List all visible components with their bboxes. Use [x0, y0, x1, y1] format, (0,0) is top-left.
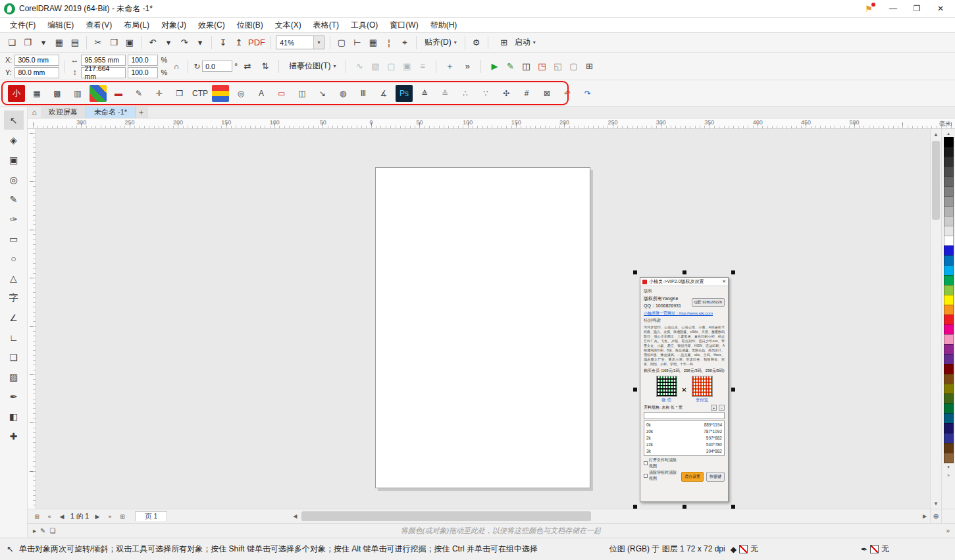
launch-dropdown[interactable]: ⊞ 启动 ▾ — [492, 35, 540, 51]
option-checkbox[interactable]: 清除导组时清除视图 — [644, 470, 679, 482]
more-options-button[interactable]: » — [459, 59, 475, 74]
website-link[interactable]: 小楠灵唯一官网址：http://www.xjkj.com — [644, 311, 725, 317]
menu-effects[interactable]: 效果(C) — [192, 18, 231, 32]
scroll-right-icon[interactable]: ▶ — [919, 509, 930, 523]
option-checkbox[interactable]: 打开文件时清除视图 — [644, 457, 679, 469]
show-rulers-button[interactable]: ⊢ — [349, 35, 365, 51]
mirror-horizontal-button[interactable]: ⇄ — [240, 59, 255, 74]
spec-remove-button[interactable]: - — [719, 405, 725, 411]
first-page-button[interactable]: « — [44, 511, 55, 522]
color-swatch[interactable] — [944, 275, 954, 286]
palette-more-icon[interactable]: » — [947, 471, 950, 479]
new-tab-button[interactable]: + — [136, 107, 147, 118]
color-swatch[interactable] — [944, 305, 954, 315]
plugin-circle-icon[interactable]: ◍ — [334, 85, 351, 102]
color-swatch[interactable] — [944, 344, 954, 355]
plugin-undo-icon[interactable]: ↶ — [559, 85, 576, 102]
menu-layout[interactable]: 布局(L) — [118, 18, 155, 32]
color-eyedropper-tool[interactable]: ✒ — [4, 387, 24, 406]
open-dropdown[interactable]: ▾ — [36, 35, 51, 51]
color-swatch[interactable] — [944, 206, 954, 216]
plugin-grid-icon[interactable]: ▦ — [28, 85, 45, 102]
plugin-cropmarks-icon[interactable]: # — [518, 85, 535, 102]
print-button[interactable]: ▤ — [67, 35, 83, 51]
export-button[interactable]: ↥ — [231, 35, 247, 51]
color-swatch[interactable] — [944, 453, 954, 463]
menu-tools[interactable]: 工具(O) — [345, 18, 384, 32]
rectangle-tool[interactable]: ▭ — [4, 229, 24, 248]
object-width-field[interactable]: 95.955 mm — [81, 55, 126, 66]
save-button[interactable]: ▦ — [51, 35, 67, 51]
menu-window[interactable]: 窗口(W) — [384, 18, 424, 32]
plugin-anchor-icon[interactable]: ✛ — [151, 85, 168, 102]
plugin-lock-icon[interactable]: ≙ — [416, 85, 433, 102]
menu-view[interactable]: 查看(V) — [80, 18, 118, 32]
hotkeys-button[interactable]: 快捷键 — [706, 472, 725, 482]
undo-dropdown[interactable]: ▾ — [161, 35, 176, 51]
x-position-field[interactable]: 305.0 mm — [14, 55, 59, 66]
scale-x-field[interactable]: 100.0 — [128, 55, 158, 66]
menu-table[interactable]: 表格(T) — [307, 18, 345, 32]
color-swatch[interactable] — [944, 147, 954, 157]
drop-shadow-tool[interactable]: ❏ — [4, 347, 24, 367]
empty-slot-button[interactable]: ▢ — [565, 59, 581, 74]
lock-ratio-button[interactable]: ∩ — [170, 55, 182, 78]
text-tool[interactable]: 字 — [4, 288, 24, 307]
color-swatch[interactable] — [944, 433, 954, 444]
tab-welcome-screen[interactable]: 欢迎屏幕 — [41, 107, 86, 118]
open-button[interactable]: ❐ — [20, 35, 36, 51]
close-icon[interactable]: ✕ — [722, 279, 726, 284]
plugin-redo-icon[interactable]: ↷ — [579, 85, 596, 102]
paper-size-row[interactable]: z0k 787*1092 — [646, 428, 722, 435]
color-swatch[interactable] — [944, 186, 954, 197]
color-swatch[interactable] — [944, 285, 954, 295]
import-button[interactable]: ↧ — [215, 35, 231, 51]
pick-tool[interactable]: ↖ — [4, 111, 24, 130]
chevron-down-icon[interactable]: ▾ — [313, 36, 324, 49]
plugin-paint-roller-icon[interactable]: ▬ — [110, 85, 127, 102]
checkbox-icon[interactable] — [644, 461, 648, 465]
color-swatch[interactable] — [944, 413, 954, 424]
previous-page-button[interactable]: ◀ — [57, 511, 67, 522]
add-page-right-button[interactable]: ⊞ — [117, 511, 128, 522]
scroll-left-icon[interactable]: ◀ — [290, 509, 300, 523]
paper-size-row[interactable]: z2k 540*780 — [646, 442, 722, 448]
color-swatch[interactable] — [944, 374, 954, 384]
selection-handle[interactable] — [683, 505, 686, 509]
drawing-page[interactable] — [375, 167, 590, 488]
plugin-box-icon[interactable]: ❒ — [171, 85, 188, 102]
zoom-level-select[interactable]: 41% ▾ — [276, 36, 324, 49]
scroll-up-icon[interactable]: ▲ — [931, 129, 941, 140]
fill-status[interactable]: ◆ 无 — [731, 544, 758, 555]
selection-handle[interactable] — [731, 388, 735, 392]
add-button[interactable]: ＋ — [442, 59, 457, 74]
tray-more-icon[interactable]: » — [946, 527, 950, 534]
menu-object[interactable]: 对象(J) — [155, 18, 192, 32]
color-swatch[interactable] — [944, 176, 954, 187]
artistic-media-tool[interactable]: ✑ — [4, 209, 24, 228]
transparency-tool[interactable]: ▨ — [4, 367, 24, 386]
plugin-color-grid-icon[interactable] — [90, 85, 107, 102]
paste-button[interactable]: ▣ — [122, 35, 138, 51]
vertical-ruler[interactable] — [28, 129, 36, 509]
dimension-tool[interactable]: ∠ — [4, 308, 24, 327]
plugin-barcode-icon[interactable]: Ⅲ — [355, 85, 372, 102]
record-button[interactable]: ◳ — [534, 59, 550, 74]
color-swatch[interactable] — [944, 423, 954, 434]
color-swatch[interactable] — [944, 245, 954, 256]
undo-button[interactable]: ↶ — [145, 35, 161, 51]
plugin-angle-icon[interactable]: ∡ — [375, 85, 392, 102]
pen-icon[interactable]: ✎ — [40, 527, 45, 534]
spec-name-input[interactable] — [644, 412, 725, 419]
color-swatch[interactable] — [944, 166, 954, 177]
scroll-down-icon[interactable]: ▼ — [931, 498, 941, 509]
tab-untitled-document[interactable]: 未命名 -1* — [86, 107, 136, 118]
outline-status[interactable]: ✒ 无 — [861, 544, 889, 555]
selection-handle[interactable] — [633, 505, 637, 509]
plugin-rotate-copies-icon[interactable]: ✣ — [498, 85, 515, 102]
add-page-left-button[interactable]: ⊞ — [32, 511, 42, 522]
home-icon[interactable]: ⌂ — [28, 107, 41, 118]
run-preview-button[interactable]: ▶ — [486, 59, 502, 74]
plugin-logo-icon[interactable]: 小 — [8, 85, 25, 102]
more-tools-button[interactable]: ✚ — [4, 426, 24, 445]
